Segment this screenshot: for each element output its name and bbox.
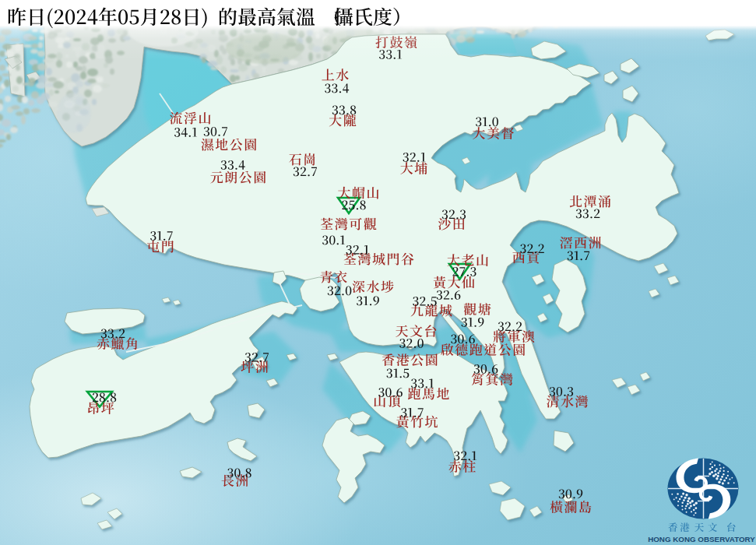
svg-text:HONG KONG OBSERVATORY: HONG KONG OBSERVATORY (648, 535, 755, 543)
